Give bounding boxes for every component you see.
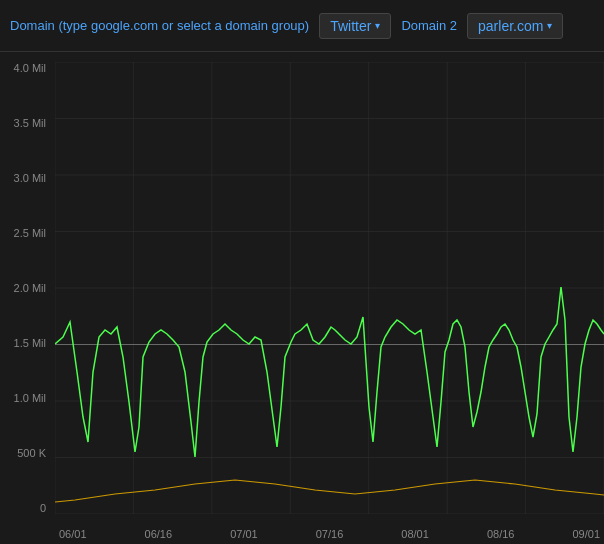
x-label-0801: 08/01 (401, 528, 429, 540)
y-label-3mil: 3.0 Mil (14, 172, 46, 184)
twitter-label: Twitter (330, 18, 371, 34)
chart-container: 4.0 Mil 3.5 Mil 3.0 Mil 2.5 Mil 2.0 Mil … (0, 52, 604, 544)
parler-dropdown[interactable]: parler.com ▾ (467, 13, 563, 39)
twitter-dropdown[interactable]: Twitter ▾ (319, 13, 391, 39)
header: Domain (type google.com or select a doma… (0, 0, 604, 52)
y-label-500k: 500 K (17, 447, 46, 459)
x-axis: 06/01 06/16 07/01 07/16 08/01 08/16 09/0… (55, 528, 604, 540)
chevron-down-icon-2: ▾ (547, 20, 552, 31)
x-label-0816: 08/16 (487, 528, 515, 540)
x-label-0616: 06/16 (145, 528, 173, 540)
y-label-4mil: 4.0 Mil (14, 62, 46, 74)
domain-label[interactable]: Domain (type google.com or select a doma… (10, 18, 309, 33)
parler-label: parler.com (478, 18, 543, 34)
chart-area (55, 62, 604, 514)
domain2-label[interactable]: Domain 2 (401, 18, 457, 33)
x-label-0701: 07/01 (230, 528, 258, 540)
x-label-0601: 06/01 (59, 528, 87, 540)
x-label-0716: 07/16 (316, 528, 344, 540)
y-label-2mil: 2.0 Mil (14, 282, 46, 294)
y-label-35mil: 3.5 Mil (14, 117, 46, 129)
chevron-down-icon: ▾ (375, 20, 380, 31)
y-label-0: 0 (40, 502, 46, 514)
y-axis: 4.0 Mil 3.5 Mil 3.0 Mil 2.5 Mil 2.0 Mil … (0, 62, 52, 514)
y-label-15mil: 1.5 Mil (14, 337, 46, 349)
x-label-0901: 09/01 (572, 528, 600, 540)
y-label-25mil: 2.5 Mil (14, 227, 46, 239)
chart-svg (55, 62, 604, 514)
y-label-1mil: 1.0 Mil (14, 392, 46, 404)
